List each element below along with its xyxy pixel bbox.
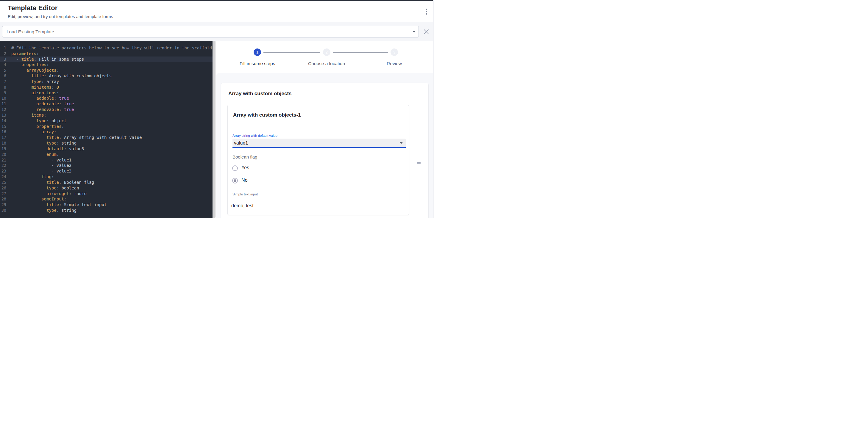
code-line[interactable]: 10 addable: true: [0, 96, 213, 101]
radio-option-label: Yes: [241, 165, 249, 170]
text-field-label: Simple text input: [232, 193, 258, 196]
code-line[interactable]: 7 type: array: [0, 79, 213, 85]
line-number: 25: [0, 180, 6, 185]
code-line[interactable]: 23 - value3: [0, 168, 213, 174]
code-line[interactable]: 9 ui:options:: [0, 90, 213, 96]
minus-icon: [417, 162, 421, 164]
line-number: 10: [0, 96, 6, 101]
line-number: 22: [0, 163, 6, 168]
caret-down-icon: [400, 142, 403, 144]
template-editor-window: Template Editor Edit, preview, and try o…: [0, 0, 434, 218]
line-number: 14: [0, 118, 6, 124]
code-line[interactable]: 25 title: Boolean flag: [0, 180, 213, 185]
step-label-fill-in-some-steps: Fill in some steps: [225, 61, 290, 66]
text-input-underline: [231, 210, 405, 210]
code-line[interactable]: 22 - value2: [0, 163, 213, 168]
array-string-select[interactable]: value1: [232, 139, 406, 148]
step-connector-1: [264, 52, 320, 53]
line-number: 17: [0, 135, 6, 140]
line-number: 23: [0, 168, 6, 174]
code-line[interactable]: 26 type: boolean: [0, 185, 213, 191]
code-line[interactable]: 16 array:: [0, 129, 213, 135]
code-line[interactable]: 11 orderable: true: [0, 101, 213, 107]
code-line[interactable]: 29 title: Simple text input: [0, 202, 213, 208]
line-number: 7: [0, 79, 6, 85]
radio-option-label: No: [241, 177, 247, 183]
line-number: 2: [0, 51, 6, 57]
line-number: 21: [0, 157, 6, 163]
line-number: 8: [0, 85, 6, 90]
caret-down-icon[interactable]: [412, 31, 415, 33]
simple-text-input[interactable]: demo, test: [231, 203, 254, 208]
kebab-menu-icon[interactable]: [423, 7, 430, 16]
line-number: 29: [0, 202, 6, 208]
step-form-card: Array with custom objects Array with cus…: [221, 83, 428, 218]
line-number: 3: [0, 57, 6, 62]
line-number: 16: [0, 129, 6, 135]
code-line[interactable]: 4 properties:: [0, 62, 213, 68]
code-line[interactable]: 2parameters:: [0, 51, 213, 57]
line-number: 1: [0, 45, 6, 51]
yaml-code-editor[interactable]: 1# Edit the template parameters below to…: [0, 41, 213, 218]
step-circle-3[interactable]: 3: [391, 48, 398, 56]
code-line[interactable]: 18 type: string: [0, 140, 213, 146]
code-line[interactable]: 15 properties:: [0, 124, 213, 129]
line-number: 24: [0, 174, 6, 180]
line-number: 30: [0, 208, 6, 213]
line-number: 9: [0, 90, 6, 96]
line-number: 11: [0, 101, 6, 107]
array-item-card: Array with custom objects-1 Array string…: [227, 105, 409, 215]
remove-item-button[interactable]: [415, 160, 423, 166]
load-template-input[interactable]: [2, 26, 419, 37]
code-line[interactable]: 14 type: object: [0, 118, 213, 124]
step-circle-1[interactable]: 1: [254, 48, 261, 56]
editor-scrollbar[interactable]: [213, 41, 216, 218]
page-title: Template Editor: [8, 4, 58, 12]
select-value: value1: [234, 139, 248, 147]
code-line[interactable]: 12 removable: true: [0, 107, 213, 112]
code-line[interactable]: 17 title: Array string with default valu…: [0, 135, 213, 140]
line-number: 18: [0, 140, 6, 146]
template-loader-bar: [0, 22, 434, 41]
page-header: Template Editor Edit, preview, and try o…: [0, 1, 434, 22]
select-field-label: Array string with default value: [232, 134, 277, 137]
form-preview-area: Array with custom objects Array with cus…: [216, 73, 434, 218]
line-number: 6: [0, 73, 6, 79]
line-number: 28: [0, 196, 6, 202]
code-line[interactable]: 3 - title: Fill in some steps: [0, 57, 213, 62]
code-line[interactable]: 8 minItems: 0: [0, 85, 213, 90]
line-number: 12: [0, 107, 6, 112]
line-number: 13: [0, 112, 6, 118]
code-line[interactable]: 27 ui:widget: radio: [0, 191, 213, 197]
step-label-choose-a-location: Choose a location: [294, 61, 359, 66]
radio-group-label: Boolean flag: [232, 154, 257, 159]
code-line[interactable]: 28 someInput:: [0, 196, 213, 202]
step-circle-2[interactable]: 2: [323, 48, 331, 56]
line-number: 15: [0, 124, 6, 129]
code-line[interactable]: 20 enum:: [0, 152, 213, 157]
page-scrollbar[interactable]: [433, 0, 434, 218]
code-line[interactable]: 24 flag:: [0, 174, 213, 180]
code-line[interactable]: 1# Edit the template parameters below to…: [0, 45, 213, 51]
page-subtitle: Edit, preview, and try out templates and…: [8, 14, 113, 19]
radio-button-icon[interactable]: [232, 165, 238, 171]
line-number: 27: [0, 191, 6, 197]
line-number: 19: [0, 146, 6, 152]
step-label-review: Review: [362, 61, 427, 66]
line-number: 5: [0, 68, 6, 73]
code-line[interactable]: 5 arrayObjects:: [0, 68, 213, 73]
line-number: 26: [0, 185, 6, 191]
code-line[interactable]: 13 items:: [0, 112, 213, 118]
close-icon[interactable]: [423, 29, 429, 35]
line-number: 4: [0, 62, 6, 68]
section-title: Array with custom objects: [228, 91, 292, 97]
code-line[interactable]: 6 title: Array with custom objects: [0, 73, 213, 79]
line-number: 20: [0, 152, 6, 157]
code-line[interactable]: 19 default: value3: [0, 146, 213, 152]
array-item-title: Array with custom objects-1: [233, 112, 301, 118]
preview-panel: 1 2 3 Fill in some steps Choose a locati…: [216, 41, 434, 218]
radio-button-icon[interactable]: [232, 178, 238, 183]
step-connector-2: [333, 52, 389, 53]
code-line[interactable]: 21 - value1: [0, 157, 213, 163]
code-line[interactable]: 30 type: string: [0, 208, 213, 213]
